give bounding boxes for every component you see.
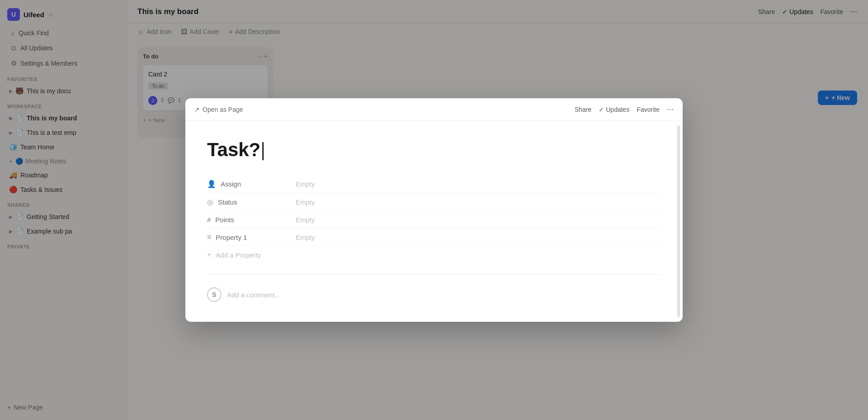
property-label-property1: ≡ Property 1 — [207, 233, 288, 241]
modal-title[interactable]: Task? — [207, 139, 265, 161]
comment-input[interactable]: Add a comment... — [227, 291, 280, 299]
points-icon: # — [207, 216, 211, 224]
modal-updates-button[interactable]: ✓ Updates — [599, 106, 629, 113]
property-row-property1: ≡ Property 1 Empty — [207, 229, 661, 246]
modal-scrollbar[interactable] — [677, 125, 680, 317]
modal-body: Task? 👤 Assign Empty ◎ Status — [185, 121, 683, 322]
comment-area: S Add a comment... — [207, 282, 661, 307]
add-property-button[interactable]: + Add a Property — [207, 246, 661, 263]
property-label-assign: 👤 Assign — [207, 180, 288, 188]
modal: ↗ Open as Page Share ✓ Updates Favorite … — [185, 98, 683, 322]
points-value[interactable]: Empty — [296, 216, 315, 224]
status-icon: ◎ — [207, 198, 213, 206]
property-row-points: # Points Empty — [207, 211, 661, 229]
modal-topbar: ↗ Open as Page Share ✓ Updates Favorite … — [185, 98, 683, 121]
property1-value[interactable]: Empty — [296, 234, 315, 241]
modal-properties: 👤 Assign Empty ◎ Status Empty # — [207, 175, 661, 263]
property1-icon: ≡ — [207, 233, 211, 241]
check-icon: ✓ — [599, 106, 606, 113]
modal-more-button[interactable]: ··· — [667, 105, 674, 114]
modal-divider — [207, 274, 661, 275]
open-as-page-button[interactable]: ↗ Open as Page — [194, 106, 243, 113]
property-row-status: ◎ Status Empty — [207, 193, 661, 211]
expand-icon: ↗ — [194, 106, 200, 113]
property-label-status: ◎ Status — [207, 198, 288, 206]
user-avatar: S — [207, 287, 222, 302]
status-value[interactable]: Empty — [296, 198, 315, 206]
modal-overlay[interactable]: ↗ Open as Page Share ✓ Updates Favorite … — [0, 0, 868, 420]
property-row-assign: 👤 Assign Empty — [207, 175, 661, 193]
modal-favorite-button[interactable]: Favorite — [637, 106, 660, 113]
assign-value[interactable]: Empty — [296, 180, 315, 188]
modal-share-button[interactable]: Share — [575, 106, 591, 113]
plus-icon: + — [207, 251, 211, 259]
assign-icon: 👤 — [207, 180, 216, 188]
property-label-points: # Points — [207, 216, 288, 224]
modal-topbar-actions: Share ✓ Updates Favorite ··· — [575, 105, 674, 114]
